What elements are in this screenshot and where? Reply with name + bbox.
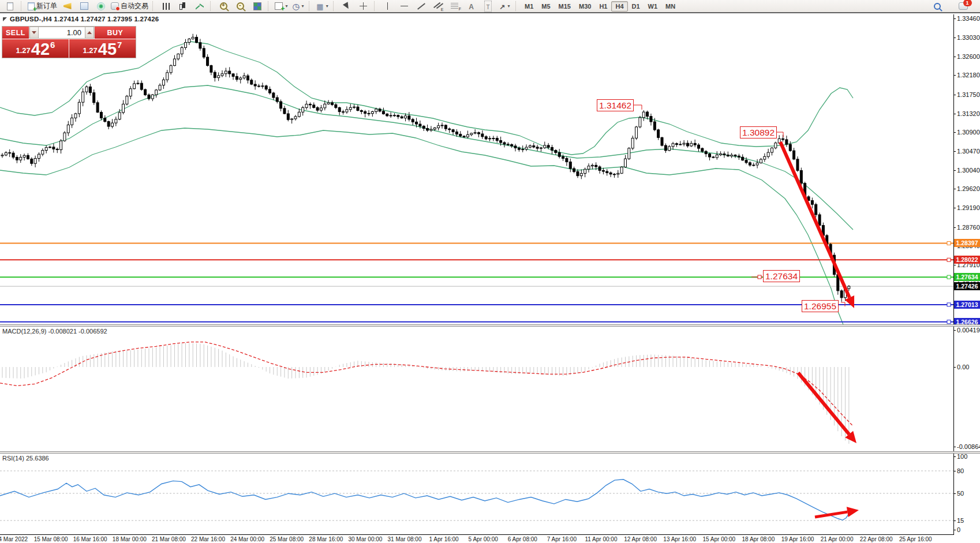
line-handle[interactable] bbox=[947, 303, 951, 306]
rsi-label: RSI(14) 25.6386 bbox=[2, 455, 49, 462]
line-handle[interactable] bbox=[947, 241, 951, 245]
timeframe-mn-button[interactable]: MN bbox=[661, 1, 679, 12]
horizontal-line-icon[interactable] bbox=[396, 1, 413, 12]
timeframe-d1-button[interactable]: D1 bbox=[628, 1, 644, 12]
line-handle[interactable] bbox=[947, 320, 951, 324]
candle-body bbox=[668, 147, 671, 151]
candle-body bbox=[690, 143, 693, 146]
candle-body bbox=[283, 108, 286, 114]
new-order-button[interactable]: 新订单 bbox=[26, 1, 59, 12]
macd-tick-mark bbox=[953, 367, 956, 368]
candle-body bbox=[617, 173, 619, 174]
candle-body bbox=[500, 140, 502, 143]
candle-body bbox=[602, 170, 604, 171]
timeframe-m1-button[interactable]: M1 bbox=[521, 1, 537, 12]
candle-body bbox=[760, 159, 762, 163]
sell-button[interactable]: SELL bbox=[2, 27, 29, 39]
zoom-out-icon[interactable] bbox=[232, 1, 249, 12]
price-label-annotation[interactable]: 1.27634 bbox=[763, 270, 800, 282]
date-axis-label: 13 Apr 16:00 bbox=[663, 536, 696, 542]
candle-body bbox=[485, 137, 487, 139]
rsi-panel[interactable] bbox=[0, 454, 953, 535]
price-tick-label: 1.29190 bbox=[957, 204, 980, 211]
trend-arrow-head[interactable] bbox=[847, 507, 859, 517]
search-button[interactable] bbox=[929, 1, 945, 12]
price-label-annotation[interactable]: 1.26955 bbox=[802, 300, 839, 312]
sound-alert-icon[interactable] bbox=[59, 1, 76, 12]
line-handle[interactable] bbox=[947, 258, 951, 261]
panel-separator[interactable] bbox=[0, 324, 980, 327]
text-label-icon[interactable] bbox=[480, 1, 496, 12]
tile-windows-icon[interactable] bbox=[249, 1, 265, 12]
market-watch-icon[interactable] bbox=[76, 1, 92, 12]
price-label-annotation[interactable]: 1.31462 bbox=[597, 99, 634, 111]
line-chart-icon[interactable] bbox=[191, 1, 208, 12]
signals-icon[interactable] bbox=[92, 1, 109, 12]
fibonacci-icon-glyph bbox=[451, 3, 458, 9]
profiles-icon[interactable]: ▾ bbox=[290, 1, 306, 12]
candle-body bbox=[584, 169, 586, 173]
bollinger-middle-band[interactable] bbox=[0, 85, 853, 230]
toolbar-separator bbox=[333, 1, 336, 11]
toolbar-separator bbox=[515, 1, 518, 11]
text-icon[interactable] bbox=[463, 1, 480, 12]
timeframe-h1-button[interactable]: H1 bbox=[595, 1, 611, 12]
candle-body bbox=[701, 148, 704, 151]
timeframe-m30-button[interactable]: M30 bbox=[575, 1, 595, 12]
candle-body bbox=[657, 130, 660, 137]
lot-input[interactable]: 1.00 bbox=[39, 27, 85, 39]
fibonacci-icon[interactable] bbox=[446, 1, 463, 12]
trend-arrow[interactable] bbox=[815, 512, 847, 517]
candle-body bbox=[653, 122, 656, 130]
candle-body bbox=[276, 98, 278, 102]
price-tick-mark bbox=[953, 38, 956, 38]
price-tick-mark bbox=[953, 189, 956, 189]
candlestick-chart-icon[interactable] bbox=[174, 1, 191, 12]
candle-body bbox=[291, 119, 293, 119]
crosshair-icon[interactable] bbox=[355, 1, 372, 12]
buy-button[interactable]: BUY bbox=[95, 27, 136, 39]
time-axis-border bbox=[0, 534, 954, 535]
price-chart[interactable] bbox=[0, 14, 953, 324]
candle-body bbox=[111, 123, 114, 126]
timeframe-m5-button[interactable]: M5 bbox=[537, 1, 554, 12]
arrows-icon[interactable]: ▾ bbox=[496, 1, 513, 12]
timeframe-m15-button[interactable]: M15 bbox=[555, 1, 575, 12]
lot-increase-button[interactable] bbox=[85, 27, 94, 39]
sell-price-button[interactable]: 1.27 42 6 bbox=[2, 39, 69, 58]
macd-panel[interactable] bbox=[0, 327, 953, 451]
cursor-icon[interactable] bbox=[338, 1, 355, 12]
candle-body bbox=[375, 109, 377, 112]
candle-body bbox=[258, 86, 260, 87]
equidistant-channel-icon[interactable] bbox=[429, 1, 446, 12]
annotation-handle[interactable] bbox=[758, 275, 761, 279]
candle-body bbox=[555, 150, 557, 152]
candle-body bbox=[705, 151, 707, 153]
candle-body bbox=[243, 76, 245, 78]
signals-icon-glyph bbox=[97, 2, 105, 10]
trendline-icon[interactable] bbox=[413, 1, 429, 12]
candle-body bbox=[45, 148, 47, 151]
buy-price-button[interactable]: 1.27 45 7 bbox=[69, 39, 136, 58]
file-icon[interactable] bbox=[2, 1, 18, 12]
candle-body bbox=[642, 112, 645, 118]
templates-icon[interactable]: ▾ bbox=[314, 1, 331, 12]
timeframe-w1-button[interactable]: W1 bbox=[644, 1, 662, 12]
candle-body bbox=[155, 90, 158, 95]
zoom-in-icon[interactable] bbox=[215, 1, 232, 12]
candle-body bbox=[357, 107, 359, 110]
price-label-annotation[interactable]: 1.30892 bbox=[740, 126, 777, 138]
triangle-up-icon bbox=[87, 31, 92, 34]
bar-chart-icon[interactable] bbox=[158, 1, 174, 12]
auto-trading-button[interactable]: 自动交易 bbox=[109, 1, 150, 12]
timeframe-h4-button[interactable]: H4 bbox=[611, 1, 627, 12]
panel-separator[interactable] bbox=[0, 451, 980, 454]
buy-price-prefix: 1.27 bbox=[83, 46, 98, 55]
toolbar-separator bbox=[210, 1, 213, 11]
notifications-button[interactable]: 1 bbox=[955, 1, 971, 12]
line-handle[interactable] bbox=[947, 275, 951, 279]
vertical-line-icon[interactable] bbox=[379, 1, 396, 12]
lot-decrease-button[interactable] bbox=[29, 27, 39, 39]
candle-body bbox=[811, 201, 813, 205]
new-chart-icon[interactable]: ▾ bbox=[273, 1, 290, 12]
